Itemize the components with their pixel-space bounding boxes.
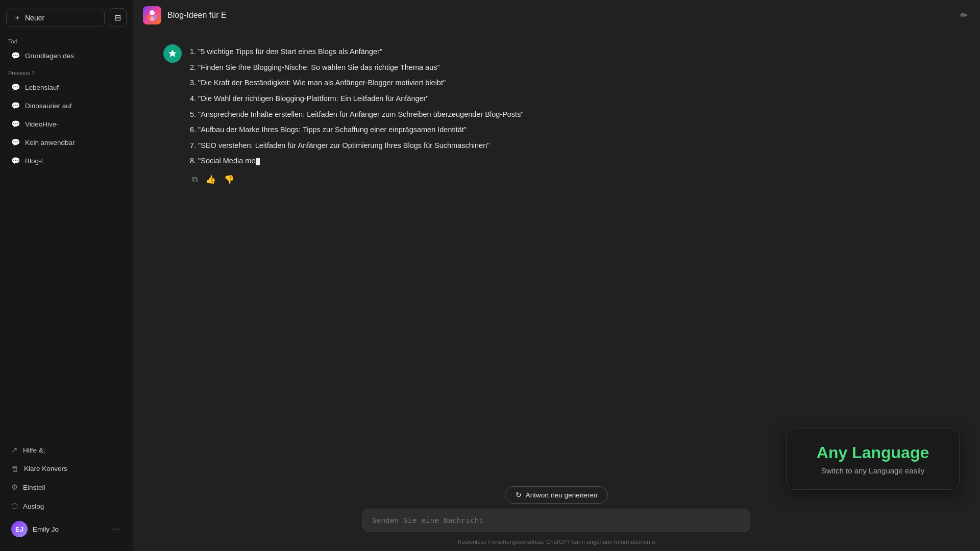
footer-item-label: Auslog bbox=[23, 503, 44, 510]
sidebar-icon: ⊟ bbox=[114, 13, 121, 22]
message-line-7: 7. "SEO verstehen: Leitfaden für Anfänge… bbox=[190, 139, 949, 152]
chat-item-lebenslauf[interactable]: 💬 Lebenslauf- bbox=[3, 79, 130, 96]
header-left: Blog-Ideen für E bbox=[143, 6, 227, 24]
thumbup-icon: 👍 bbox=[206, 175, 216, 184]
chat-item-dinosaurier[interactable]: 💬 Dinosaurier auf bbox=[3, 97, 130, 114]
message-line-2: 2. "Finden Sie Ihre Blogging-Nische: So … bbox=[190, 61, 949, 74]
footer-item-clear[interactable]: 🗑 Klare Konvers bbox=[3, 460, 130, 478]
main-content: Blog-Ideen für E ✏ 1. "5 wichtige Tipps … bbox=[133, 0, 980, 551]
chat-icon: 💬 bbox=[11, 102, 20, 110]
chat-avatar bbox=[143, 6, 161, 24]
popup-title-green: Any Language bbox=[817, 443, 929, 462]
footer-item-label: Hilfe &; bbox=[23, 446, 45, 454]
popup-subtitle: Switch to any Language easily bbox=[803, 466, 943, 475]
svg-point-0 bbox=[150, 10, 155, 15]
bot-avatar bbox=[163, 44, 182, 63]
chat-item-label: Grundlagen des bbox=[25, 52, 74, 60]
section-previous-label: Previous 7 bbox=[0, 65, 133, 78]
sidebar: ＋ Neuer ⊟ Tod 💬 Grundlagen des Previous … bbox=[0, 0, 133, 551]
language-popup: Any Language Switch to any Language easi… bbox=[786, 429, 960, 490]
message-content: 1. "5 wichtige Tipps für den Start eines… bbox=[190, 43, 949, 186]
edit-chat-button[interactable]: ✏ bbox=[958, 8, 970, 23]
user-name: Emily Jo bbox=[33, 525, 106, 533]
chat-item-kein[interactable]: 💬 Kein anwendbar bbox=[3, 134, 130, 151]
edit-icon: ✏ bbox=[960, 10, 968, 20]
typing-cursor bbox=[256, 158, 260, 165]
chat-item-label: Kein anwendbar bbox=[25, 139, 75, 146]
thumbdown-icon: 👎 bbox=[224, 175, 234, 184]
footer-item-label: Klare Konvers bbox=[24, 465, 67, 472]
user-menu-button[interactable]: ··· bbox=[111, 523, 121, 535]
message-text: 1. "5 wichtige Tipps für den Start eines… bbox=[190, 45, 949, 167]
chat-item-blog[interactable]: 💬 Blog-I bbox=[3, 152, 130, 169]
svg-point-2 bbox=[147, 15, 151, 19]
gear-icon: ⚙ bbox=[11, 483, 18, 492]
chat-icon: 💬 bbox=[11, 138, 20, 146]
message-input[interactable] bbox=[362, 509, 750, 532]
copy-icon: ⧉ bbox=[192, 175, 198, 184]
chat-bottom: ↻ Antwort neu generieren Kostenlose Fors… bbox=[133, 480, 980, 551]
avatar: EJ bbox=[11, 521, 28, 537]
thumbup-button[interactable]: 👍 bbox=[204, 172, 218, 186]
message-line-6: 6. "Aufbau der Marke Ihres Blogs: Tipps … bbox=[190, 123, 949, 136]
chat-header: Blog-Ideen für E ✏ bbox=[133, 0, 980, 31]
plus-icon: ＋ bbox=[14, 13, 21, 22]
regenerate-button[interactable]: ↻ Antwort neu generieren bbox=[505, 486, 608, 504]
copy-button[interactable]: ⧉ bbox=[190, 172, 200, 186]
chat-icon: 💬 bbox=[11, 157, 20, 165]
message-line-3: 3. "Die Kraft der Beständigkeit: Wie man… bbox=[190, 77, 949, 89]
chat-title: Blog-Ideen für E bbox=[167, 11, 227, 20]
regenerate-label: Antwort neu generieren bbox=[526, 491, 597, 499]
message-line-8: 8. "Social Media me bbox=[190, 155, 949, 167]
chat-icon: 💬 bbox=[11, 52, 20, 60]
chat-content: 1. "5 wichtige Tipps für den Start eines… bbox=[133, 31, 980, 480]
popup-title: Any Language bbox=[803, 443, 943, 462]
footer-item-label: Einstell bbox=[23, 484, 45, 491]
thumbdown-button[interactable]: 👎 bbox=[222, 172, 236, 186]
section-today-label: Tod bbox=[0, 33, 133, 46]
new-chat-button[interactable]: ＋ Neuer bbox=[6, 9, 105, 27]
user-profile[interactable]: EJ Emily Jo ··· bbox=[3, 516, 130, 542]
svg-point-3 bbox=[153, 15, 157, 19]
message-input-row bbox=[362, 509, 750, 534]
chat-icon: 💬 bbox=[11, 120, 20, 128]
message-line-1: 1. "5 wichtige Tipps für den Start eines… bbox=[190, 45, 949, 58]
logout-icon: ⬡ bbox=[11, 502, 18, 511]
chat-item-videohive[interactable]: 💬 VideoHive- bbox=[3, 115, 130, 133]
chat-item-label: VideoHive- bbox=[25, 120, 59, 128]
sidebar-footer: ↗ Hilfe &; 🗑 Klare Konvers ⚙ Einstell ⬡ … bbox=[0, 436, 133, 547]
regenerate-icon: ↻ bbox=[516, 491, 522, 499]
message-actions: ⧉ 👍 👎 bbox=[190, 172, 949, 186]
help-icon: ↗ bbox=[11, 445, 18, 455]
chat-icon: 💬 bbox=[11, 83, 20, 91]
footer-item-help[interactable]: ↗ Hilfe &; bbox=[3, 441, 130, 459]
chat-item-label: Blog-I bbox=[25, 157, 43, 165]
message-row: 1. "5 wichtige Tipps für den Start eines… bbox=[163, 43, 949, 186]
chat-item-grundlagen[interactable]: 💬 Grundlagen des bbox=[3, 47, 130, 64]
trash-icon: 🗑 bbox=[11, 464, 19, 473]
disclaimer: Kostenlose Forschungsvorschau. ChatGPT k… bbox=[458, 539, 655, 547]
footer-item-logout[interactable]: ⬡ Auslog bbox=[3, 497, 130, 515]
message-line-4: 4. "Die Wahl der richtigen Blogging-Plat… bbox=[190, 92, 949, 105]
message-line-5: 5. "Ansprechende Inhalte erstellen: Leit… bbox=[190, 108, 949, 121]
footer-item-settings[interactable]: ⚙ Einstell bbox=[3, 478, 130, 496]
sidebar-top: ＋ Neuer ⊟ bbox=[0, 4, 133, 31]
chat-item-label: Lebenslauf- bbox=[25, 84, 61, 91]
sidebar-toggle-button[interactable]: ⊟ bbox=[109, 8, 127, 27]
chat-item-label: Dinosaurier auf bbox=[25, 102, 72, 110]
new-chat-label: Neuer bbox=[25, 14, 44, 22]
